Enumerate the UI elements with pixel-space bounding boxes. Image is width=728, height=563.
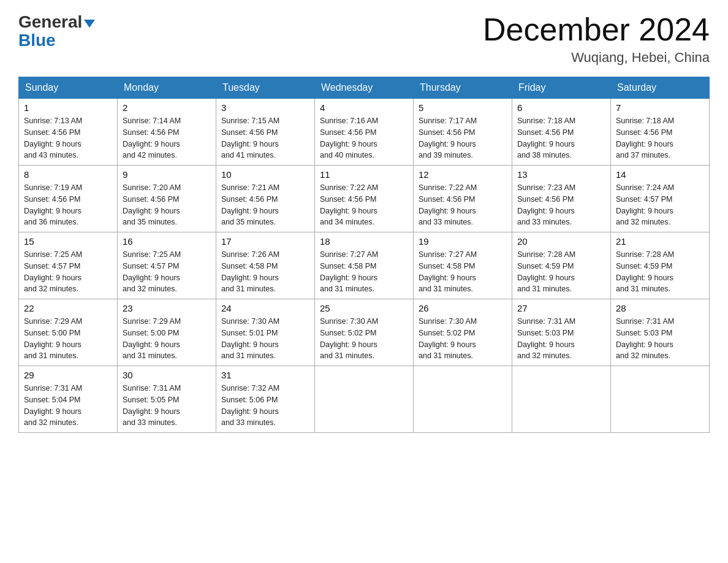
calendar-day-cell: 18 Sunrise: 7:27 AMSunset: 4:58 PMDaylig… [315,232,414,299]
day-number: 15 [24,236,112,247]
calendar-day-cell: 26 Sunrise: 7:30 AMSunset: 5:02 PMDaylig… [414,299,512,366]
calendar-day-cell: 5 Sunrise: 7:17 AMSunset: 4:56 PMDayligh… [414,99,512,166]
day-number: 21 [616,236,704,247]
day-info: Sunrise: 7:32 AMSunset: 5:06 PMDaylight:… [221,383,309,429]
day-info: Sunrise: 7:19 AMSunset: 4:56 PMDaylight:… [24,182,112,228]
calendar-day-cell: 14 Sunrise: 7:24 AMSunset: 4:57 PMDaylig… [611,166,710,232]
day-of-week-header: Monday [118,77,216,99]
location-subtitle: Wuqiang, Hebei, China [483,50,710,66]
day-of-week-header: Friday [512,77,611,99]
calendar-day-cell: 1 Sunrise: 7:13 AMSunset: 4:56 PMDayligh… [19,99,118,166]
calendar-day-cell: 28 Sunrise: 7:31 AMSunset: 5:03 PMDaylig… [611,299,710,366]
calendar-day-cell: 20 Sunrise: 7:28 AMSunset: 4:59 PMDaylig… [512,232,611,299]
page-header: General Blue December 2024 Wuqiang, Hebe… [18,12,710,66]
day-number: 30 [123,370,211,380]
day-info: Sunrise: 7:28 AMSunset: 4:59 PMDaylight:… [517,249,605,295]
calendar-day-cell: 31 Sunrise: 7:32 AMSunset: 5:06 PMDaylig… [216,366,315,433]
day-number: 26 [419,303,507,313]
calendar-day-cell: 7 Sunrise: 7:18 AMSunset: 4:56 PMDayligh… [611,99,710,166]
day-info: Sunrise: 7:25 AMSunset: 4:57 PMDaylight:… [123,249,211,295]
day-number: 1 [24,102,112,113]
day-number: 23 [123,303,211,313]
day-info: Sunrise: 7:17 AMSunset: 4:56 PMDaylight:… [419,115,507,161]
calendar-day-cell: 30 Sunrise: 7:31 AMSunset: 5:05 PMDaylig… [118,366,216,433]
day-number: 17 [221,236,309,247]
calendar-day-cell: 3 Sunrise: 7:15 AMSunset: 4:56 PMDayligh… [216,99,315,166]
day-number: 13 [517,169,605,180]
day-number: 8 [24,169,112,180]
day-number: 4 [320,102,408,113]
day-number: 5 [419,102,507,113]
day-of-week-header: Tuesday [216,77,315,99]
calendar-week-row: 29 Sunrise: 7:31 AMSunset: 5:04 PMDaylig… [19,366,710,433]
month-title: December 2024 [483,12,710,47]
day-of-week-header: Sunday [19,77,118,99]
calendar-day-cell: 17 Sunrise: 7:26 AMSunset: 4:58 PMDaylig… [216,232,315,299]
day-of-week-header: Wednesday [315,77,414,99]
calendar-table: SundayMondayTuesdayWednesdayThursdayFrid… [18,77,710,433]
day-info: Sunrise: 7:18 AMSunset: 4:56 PMDaylight:… [616,115,704,161]
day-info: Sunrise: 7:16 AMSunset: 4:56 PMDaylight:… [320,115,408,161]
day-info: Sunrise: 7:27 AMSunset: 4:58 PMDaylight:… [419,249,507,295]
day-number: 20 [517,236,605,247]
day-number: 11 [320,169,408,180]
day-info: Sunrise: 7:23 AMSunset: 4:56 PMDaylight:… [517,182,605,228]
day-info: Sunrise: 7:31 AMSunset: 5:03 PMDaylight:… [616,316,704,362]
day-info: Sunrise: 7:25 AMSunset: 4:57 PMDaylight:… [24,249,112,295]
day-number: 27 [517,303,605,313]
day-info: Sunrise: 7:21 AMSunset: 4:56 PMDaylight:… [221,182,309,228]
calendar-day-cell: 6 Sunrise: 7:18 AMSunset: 4:56 PMDayligh… [512,99,611,166]
day-number: 10 [221,169,309,180]
day-of-week-header: Saturday [611,77,710,99]
calendar-day-cell: 25 Sunrise: 7:30 AMSunset: 5:02 PMDaylig… [315,299,414,366]
calendar-day-cell: 4 Sunrise: 7:16 AMSunset: 4:56 PMDayligh… [315,99,414,166]
calendar-day-cell: 22 Sunrise: 7:29 AMSunset: 5:00 PMDaylig… [19,299,118,366]
calendar-week-row: 15 Sunrise: 7:25 AMSunset: 4:57 PMDaylig… [19,232,710,299]
calendar-day-cell: 8 Sunrise: 7:19 AMSunset: 4:56 PMDayligh… [19,166,118,232]
day-info: Sunrise: 7:27 AMSunset: 4:58 PMDaylight:… [320,249,408,295]
day-info: Sunrise: 7:13 AMSunset: 4:56 PMDaylight:… [24,115,112,161]
calendar-day-cell: 29 Sunrise: 7:31 AMSunset: 5:04 PMDaylig… [19,366,118,433]
logo-general-text: General [18,12,82,32]
calendar-week-row: 22 Sunrise: 7:29 AMSunset: 5:00 PMDaylig… [19,299,710,366]
day-number: 3 [221,102,309,113]
day-number: 18 [320,236,408,247]
day-number: 25 [320,303,408,313]
calendar-day-cell: 19 Sunrise: 7:27 AMSunset: 4:58 PMDaylig… [414,232,512,299]
day-info: Sunrise: 7:22 AMSunset: 4:56 PMDaylight:… [320,182,408,228]
logo: General Blue [18,12,95,50]
calendar-day-cell: 15 Sunrise: 7:25 AMSunset: 4:57 PMDaylig… [19,232,118,299]
calendar-day-cell: 12 Sunrise: 7:22 AMSunset: 4:56 PMDaylig… [414,166,512,232]
calendar-day-cell: 2 Sunrise: 7:14 AMSunset: 4:56 PMDayligh… [118,99,216,166]
calendar-day-cell: 16 Sunrise: 7:25 AMSunset: 4:57 PMDaylig… [118,232,216,299]
day-number: 22 [24,303,112,313]
title-section: December 2024 Wuqiang, Hebei, China [483,12,710,66]
day-number: 29 [24,370,112,380]
calendar-day-cell: 27 Sunrise: 7:31 AMSunset: 5:03 PMDaylig… [512,299,611,366]
calendar-week-row: 1 Sunrise: 7:13 AMSunset: 4:56 PMDayligh… [19,99,710,166]
day-number: 14 [616,169,704,180]
day-number: 6 [517,102,605,113]
day-info: Sunrise: 7:31 AMSunset: 5:03 PMDaylight:… [517,316,605,362]
calendar-day-cell: 10 Sunrise: 7:21 AMSunset: 4:56 PMDaylig… [216,166,315,232]
day-number: 31 [221,370,309,380]
day-info: Sunrise: 7:14 AMSunset: 4:56 PMDaylight:… [123,115,211,161]
day-info: Sunrise: 7:22 AMSunset: 4:56 PMDaylight:… [419,182,507,228]
calendar-day-cell [414,366,512,433]
day-info: Sunrise: 7:29 AMSunset: 5:00 PMDaylight:… [24,316,112,362]
day-info: Sunrise: 7:28 AMSunset: 4:59 PMDaylight:… [616,249,704,295]
calendar-day-cell: 21 Sunrise: 7:28 AMSunset: 4:59 PMDaylig… [611,232,710,299]
calendar-day-cell: 11 Sunrise: 7:22 AMSunset: 4:56 PMDaylig… [315,166,414,232]
day-number: 19 [419,236,507,247]
day-number: 28 [616,303,704,313]
day-info: Sunrise: 7:24 AMSunset: 4:57 PMDaylight:… [616,182,704,228]
day-info: Sunrise: 7:30 AMSunset: 5:01 PMDaylight:… [221,316,309,362]
calendar-day-cell [512,366,611,433]
day-info: Sunrise: 7:29 AMSunset: 5:00 PMDaylight:… [123,316,211,362]
day-info: Sunrise: 7:31 AMSunset: 5:04 PMDaylight:… [24,383,112,429]
day-number: 16 [123,236,211,247]
day-number: 24 [221,303,309,313]
calendar-day-cell: 13 Sunrise: 7:23 AMSunset: 4:56 PMDaylig… [512,166,611,232]
day-info: Sunrise: 7:15 AMSunset: 4:56 PMDaylight:… [221,115,309,161]
calendar-week-row: 8 Sunrise: 7:19 AMSunset: 4:56 PMDayligh… [19,166,710,232]
